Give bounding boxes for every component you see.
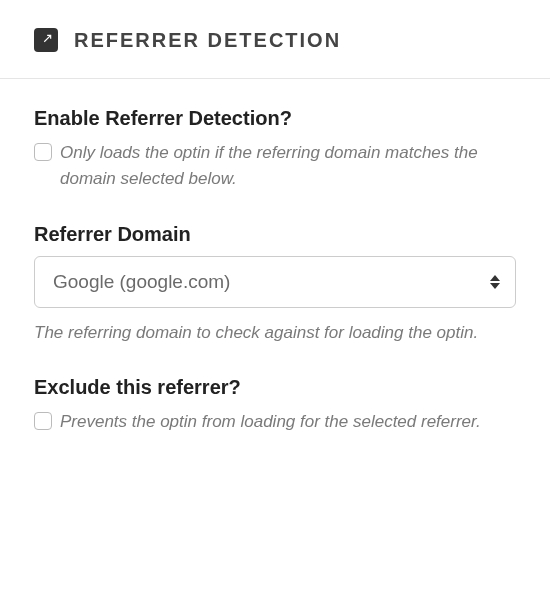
exclude-referrer-checkbox[interactable]: [34, 412, 52, 430]
referrer-domain-select[interactable]: Google (google.com): [34, 256, 516, 308]
referrer-domain-helper: The referring domain to check against fo…: [34, 320, 516, 346]
referrer-domain-section: Referrer Domain Google (google.com) The …: [34, 223, 516, 346]
referrer-domain-title: Referrer Domain: [34, 223, 516, 246]
exclude-referrer-desc: Prevents the optin from loading for the …: [60, 409, 481, 435]
enable-referrer-desc: Only loads the optin if the referring do…: [60, 140, 516, 193]
section-header: REFERRER DETECTION: [34, 28, 516, 52]
exclude-referrer-title: Exclude this referrer?: [34, 376, 516, 399]
exclude-referrer-section: Exclude this referrer? Prevents the opti…: [34, 376, 516, 435]
enable-referrer-checkbox[interactable]: [34, 143, 52, 161]
enable-referrer-title: Enable Referrer Detection?: [34, 107, 516, 130]
referrer-domain-selected-value: Google (google.com): [53, 271, 230, 293]
enable-referrer-section: Enable Referrer Detection? Only loads th…: [34, 107, 516, 193]
divider: [0, 78, 550, 79]
arrow-out-icon: [34, 28, 58, 52]
section-title: REFERRER DETECTION: [74, 29, 341, 52]
